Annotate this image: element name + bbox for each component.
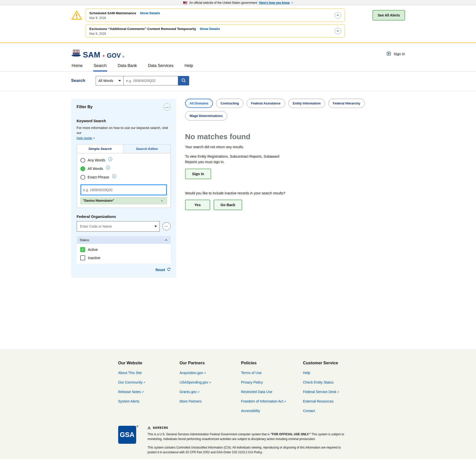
pill-all-domains[interactable]: All Domains — [185, 99, 213, 108]
footer-link[interactable]: Freedom of Information Act↗ — [241, 399, 295, 403]
footer-link-label: Federal Service Desk — [303, 390, 337, 394]
sam-gov-logo[interactable]: SAM★GOV® — [71, 49, 124, 58]
footer-link-label: Terms of Use — [241, 371, 262, 375]
footer-link[interactable]: USASpending.gov↗ — [180, 380, 233, 384]
footer-column-heading: Customer Service — [303, 361, 358, 365]
external-link-icon: ↗ — [141, 391, 144, 394]
tab-search-editor[interactable]: Search Editor — [124, 144, 170, 153]
status-section-toggle[interactable]: Status — [77, 236, 171, 244]
keyword-input[interactable] — [80, 184, 167, 195]
footer-link[interactable]: Privacy Policy — [241, 380, 295, 384]
footer-link[interactable]: Contact — [303, 409, 358, 413]
chevron-up-icon — [165, 238, 168, 242]
nav-item-data-services[interactable]: Data Services — [147, 61, 174, 71]
radio-all-words[interactable] — [80, 166, 85, 171]
footer-column-our-website: Our Website About This Site Our Communit… — [118, 361, 171, 413]
external-link-icon: ↗ — [93, 137, 95, 140]
federal-organizations-combobox[interactable] — [77, 221, 160, 232]
tab-simple-search[interactable]: Simple Search — [77, 144, 124, 153]
more-options-button[interactable]: ··· — [162, 222, 171, 230]
checkbox-active-label: Active — [88, 248, 98, 252]
external-link-icon: ↗ — [284, 400, 286, 403]
checkbox-inactive[interactable] — [80, 255, 85, 260]
footer-column-heading: Policies — [241, 361, 295, 365]
nav-item-data-bank[interactable]: Data Bank — [117, 61, 137, 71]
footer-link[interactable]: Check Entity Status — [303, 380, 358, 384]
federal-organizations-input[interactable] — [79, 221, 154, 231]
footer-link[interactable]: Release Notes↗ — [118, 390, 171, 394]
footer-link[interactable]: Accessibility — [241, 409, 295, 413]
ellipsis-icon: ··· — [164, 224, 168, 228]
pill-federal-hierarchy[interactable]: Federal Hierarchy — [328, 99, 365, 108]
reset-filters-link[interactable]: Reset — [77, 268, 171, 272]
footer-link[interactable]: External Resources — [303, 399, 358, 403]
see-all-alerts-button[interactable]: See All Alerts — [373, 10, 405, 20]
footer-link[interactable]: Acquisition.gov↗ — [180, 371, 233, 375]
pill-entity-information[interactable]: Entity Information — [288, 99, 325, 108]
uncle-sam-hat-icon — [71, 49, 81, 58]
footer-link[interactable]: Grants.gov↗ — [180, 390, 233, 394]
footer-link[interactable]: More Partners — [180, 399, 233, 403]
chevron-down-icon: ▾ — [292, 1, 293, 4]
footer-link-label: Privacy Policy — [241, 380, 263, 384]
alert-close-button[interactable]: × — [335, 28, 341, 34]
alert-close-button[interactable]: × — [335, 12, 341, 18]
alerts-section: Scheduled SAM Maintenance Show Details M… — [0, 5, 476, 43]
pill-wage-determinations[interactable]: Wage Determinations — [185, 111, 227, 120]
keyword-chip: "Davina Ntamubano" × — [80, 197, 167, 204]
status-options: ✓ Active Inactive — [77, 244, 171, 264]
alert-show-details-link[interactable]: Show Details — [200, 27, 220, 31]
footer-link[interactable]: System Alerts — [118, 399, 171, 403]
check-icon: ✓ — [81, 248, 84, 251]
site-footer: Our Website About This Site Our Communit… — [0, 349, 476, 459]
footer-link-label: About This Site — [118, 371, 142, 375]
nav-item-help[interactable]: Help — [184, 61, 194, 71]
pill-contracting[interactable]: Contracting — [216, 99, 243, 108]
yes-button[interactable]: Yes — [185, 200, 210, 210]
sign-in-icon — [387, 51, 391, 56]
info-icon[interactable]: i — [108, 157, 112, 161]
help-guide-link[interactable]: help guide — [77, 136, 92, 140]
results-sign-in-button[interactable]: Sign In — [185, 169, 211, 179]
alert-show-details-link[interactable]: Show Details — [140, 11, 160, 15]
logo-registered-mark: ® — [122, 55, 124, 58]
footer-link[interactable]: Our Community↗ — [118, 380, 171, 384]
go-back-button[interactable]: Go Back — [214, 200, 242, 210]
pill-federal-assistance[interactable]: Federal Assistance — [247, 99, 285, 108]
gsa-registered-mark: ® — [136, 425, 138, 428]
keyword-info-text: For more information on how to use our k… — [77, 126, 168, 135]
footer-link[interactable]: About This Site — [118, 371, 171, 375]
external-link-icon: ↗ — [337, 391, 339, 394]
header-sign-in-link[interactable]: Sign In — [387, 51, 405, 56]
keyword-chip-label: "Davina Ntamubano" — [83, 199, 114, 202]
footer-link[interactable]: Federal Service Desk↗ — [303, 390, 358, 394]
nav-item-search[interactable]: Search — [93, 61, 107, 71]
search-bar-label: Search — [71, 78, 96, 83]
gov-banner: An official website of the United States… — [0, 0, 476, 5]
alert-title: Scheduled SAM Maintenance — [89, 11, 136, 15]
footer-link-label: Restricted Data Use — [241, 390, 272, 394]
radio-all-words-label: All Words — [88, 167, 103, 171]
footer-link[interactable]: Terms of Use — [241, 371, 295, 375]
footer-link-label: Check Entity Status — [303, 380, 334, 384]
footer-link[interactable]: Restricted Data Use — [241, 390, 295, 394]
main-nav: Home Search Data Bank Data Services Help — [0, 61, 476, 72]
info-icon[interactable]: i — [106, 166, 110, 170]
no-results-text: Your search did not return any results. — [185, 145, 405, 149]
filter-collapse-button[interactable]: — — [163, 103, 171, 111]
search-mode-value: All Words — [98, 79, 113, 83]
search-submit-button[interactable] — [178, 76, 189, 85]
radio-exact-phrase[interactable] — [80, 175, 85, 180]
chip-close-button[interactable]: × — [159, 199, 164, 203]
footer-link[interactable]: Help — [303, 371, 358, 375]
nav-item-home[interactable]: Home — [71, 61, 83, 71]
search-input[interactable] — [124, 76, 178, 85]
checkbox-active[interactable]: ✓ — [80, 247, 85, 252]
info-icon[interactable]: i — [112, 174, 116, 178]
gov-banner-link[interactable]: Here's how you know — [259, 1, 290, 4]
footer-link-label: System Alerts — [118, 399, 140, 403]
chevron-down-icon — [154, 226, 157, 227]
footer-link-label: More Partners — [180, 399, 202, 403]
radio-any-words[interactable] — [80, 158, 85, 163]
search-mode-select[interactable]: All Words — [96, 76, 124, 85]
